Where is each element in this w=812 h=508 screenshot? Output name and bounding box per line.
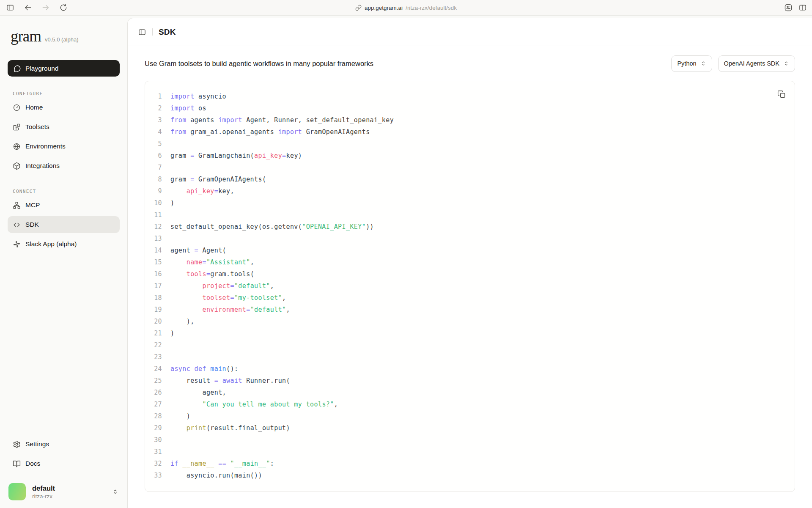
playground-button[interactable]: Playground bbox=[8, 60, 120, 77]
chevrons-up-down-icon bbox=[700, 60, 706, 66]
sidebar-item-settings[interactable]: Settings bbox=[8, 436, 120, 453]
project-avatar bbox=[8, 483, 26, 500]
nav-item-label: MCP bbox=[25, 201, 40, 209]
sidebar-item-docs[interactable]: Docs bbox=[8, 455, 120, 472]
code-line: 9 api_key=key, bbox=[151, 185, 785, 197]
split-view-icon[interactable] bbox=[798, 3, 807, 12]
reload-icon[interactable] bbox=[59, 3, 68, 12]
sidebar-item-integrations[interactable]: Integrations bbox=[8, 157, 120, 174]
tune-icon[interactable] bbox=[784, 3, 793, 12]
code-text: gram = GramOpenAIAgents( bbox=[170, 173, 266, 185]
code-line: 18 toolset="my-toolset", bbox=[151, 292, 785, 304]
language-select[interactable]: Python bbox=[671, 55, 712, 72]
code-text: print(result.final_output) bbox=[170, 422, 290, 434]
project-org: ritza-rzx bbox=[32, 493, 105, 500]
code-line: 27 "Can you tell me about my tools?", bbox=[151, 398, 785, 410]
url-host: app.getgram.ai bbox=[365, 5, 403, 11]
code-text: async def main(): bbox=[170, 363, 238, 375]
line-number: 14 bbox=[151, 244, 162, 256]
code-line: 24async def main(): bbox=[151, 363, 785, 375]
line-number: 18 bbox=[151, 292, 162, 304]
line-number: 9 bbox=[151, 185, 162, 197]
code-line: 7 bbox=[151, 162, 785, 173]
line-number: 8 bbox=[151, 173, 162, 185]
line-number: 29 bbox=[151, 422, 162, 434]
sidebar: gram v0.5.0 (alpha) Playground CONFIGURE… bbox=[0, 16, 127, 508]
code-line: 23 bbox=[151, 351, 785, 363]
code-line: 20 ), bbox=[151, 316, 785, 327]
line-number: 17 bbox=[151, 280, 162, 292]
code-text: api_key=key, bbox=[170, 185, 234, 197]
globe-icon bbox=[13, 143, 21, 151]
code-text: import asyncio bbox=[170, 91, 226, 102]
page-title: SDK bbox=[159, 27, 176, 37]
sidebar-item-home[interactable]: Home bbox=[8, 99, 120, 116]
browser-nav-controls bbox=[6, 3, 68, 12]
app-window: app.getgram.ai/ritza-rzx/default/sdk gra… bbox=[0, 0, 812, 508]
gauge-icon bbox=[13, 104, 21, 112]
line-number: 11 bbox=[151, 209, 162, 221]
line-number: 7 bbox=[151, 162, 162, 173]
line-number: 33 bbox=[151, 470, 162, 481]
code-line: 6gram = GramLangchain(api_key=key) bbox=[151, 150, 785, 162]
code-line: 26 agent, bbox=[151, 387, 785, 398]
line-number: 12 bbox=[151, 221, 162, 233]
page-subtitle: Use Gram toolsets to build agentic workf… bbox=[145, 60, 373, 68]
code-text: environment="default", bbox=[170, 304, 290, 316]
code-icon bbox=[13, 221, 21, 229]
code-line: 15 name="Assistant", bbox=[151, 256, 785, 268]
line-number: 16 bbox=[151, 268, 162, 280]
project-name: default bbox=[32, 484, 105, 492]
line-number: 19 bbox=[151, 304, 162, 316]
line-number: 2 bbox=[151, 102, 162, 114]
code-line: 30 bbox=[151, 434, 785, 446]
project-switcher[interactable]: default ritza-rzx bbox=[8, 481, 120, 502]
forward-icon[interactable] bbox=[41, 3, 50, 12]
panel-left-icon[interactable] bbox=[6, 3, 14, 12]
line-number: 24 bbox=[151, 363, 162, 375]
code-text: if __name__ == "__main__": bbox=[170, 458, 274, 470]
code-line: 3from agents import Agent, Runner, set_d… bbox=[151, 114, 785, 126]
line-number: 27 bbox=[151, 398, 162, 410]
sidebar-item-toolsets[interactable]: Toolsets bbox=[8, 118, 120, 135]
sidebar-toggle-icon[interactable] bbox=[138, 28, 146, 36]
sidebar-item-slack-app-alpha[interactable]: Slack App (alpha) bbox=[8, 236, 120, 253]
code-text: agent, bbox=[170, 387, 226, 398]
browser-window-controls bbox=[784, 3, 807, 12]
page-content: Use Gram toolsets to build agentic workf… bbox=[128, 46, 812, 492]
section-label: CONFIGURE bbox=[13, 91, 120, 96]
playground-label: Playground bbox=[25, 65, 58, 72]
line-number: 10 bbox=[151, 197, 162, 209]
browser-chrome: app.getgram.ai/ritza-rzx/default/sdk bbox=[0, 0, 812, 16]
logo-row: gram v0.5.0 (alpha) bbox=[11, 28, 120, 44]
copy-code-button[interactable] bbox=[775, 88, 788, 101]
code-line: 16 tools=gram.tools( bbox=[151, 268, 785, 280]
code-line: 11 bbox=[151, 209, 785, 221]
code-text: from agents import Agent, Runner, set_de… bbox=[170, 114, 394, 126]
gram-logo[interactable]: gram bbox=[11, 28, 41, 44]
url-bar[interactable]: app.getgram.ai/ritza-rzx/default/sdk bbox=[355, 5, 457, 11]
code-text: tools=gram.tools( bbox=[170, 268, 254, 280]
line-number: 25 bbox=[151, 375, 162, 387]
code-text: project="default", bbox=[170, 280, 274, 292]
line-number: 21 bbox=[151, 327, 162, 339]
code-text: ) bbox=[170, 410, 190, 422]
subtitle-row: Use Gram toolsets to build agentic workf… bbox=[145, 46, 795, 81]
slack-icon bbox=[13, 240, 21, 248]
sidebar-item-mcp[interactable]: MCP bbox=[8, 197, 120, 214]
code-line: 14agent = Agent( bbox=[151, 244, 785, 256]
back-icon[interactable] bbox=[24, 3, 32, 12]
code-text: toolset="my-toolset", bbox=[170, 292, 286, 304]
nav-item-label: SDK bbox=[25, 221, 39, 228]
code-line: 12set_default_openai_key(os.getenv("OPEN… bbox=[151, 221, 785, 233]
code-line: 25 result = await Runner.run( bbox=[151, 375, 785, 387]
framework-select[interactable]: OpenAI Agents SDK bbox=[718, 55, 795, 72]
line-number: 22 bbox=[151, 339, 162, 351]
nav-sections: CONFIGUREHomeToolsetsEnvironmentsIntegra… bbox=[8, 91, 120, 253]
line-number: 1 bbox=[151, 91, 162, 102]
sidebar-item-environments[interactable]: Environments bbox=[8, 138, 120, 155]
code-line: 5 bbox=[151, 138, 785, 150]
book-open-icon bbox=[13, 460, 21, 468]
sidebar-item-sdk[interactable]: SDK bbox=[8, 216, 120, 233]
line-number: 4 bbox=[151, 126, 162, 138]
